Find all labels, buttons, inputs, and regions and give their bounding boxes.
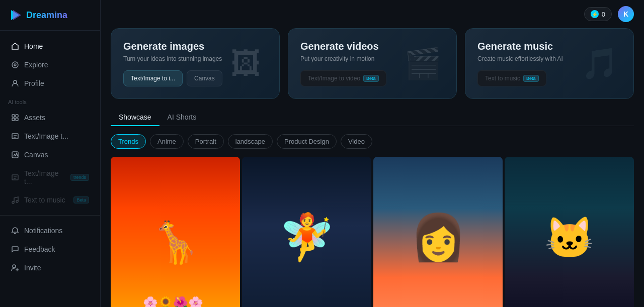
sidebar-item-label-canvas: Canvas xyxy=(24,151,48,159)
sidebar-item-text-music: Text to music Beta xyxy=(3,191,97,209)
sidebar-item-assets[interactable]: Assets xyxy=(3,109,97,127)
filter-landscape[interactable]: landscape xyxy=(228,134,273,149)
filter-anime[interactable]: Anime xyxy=(150,134,184,149)
sidebar-item-feedback[interactable]: Feedback xyxy=(3,240,97,258)
sidebar-item-label-text-image-beta: Text/Image t... xyxy=(24,169,65,185)
text-image-to-video-button[interactable]: Text/Image to video Beta xyxy=(300,70,386,86)
svg-rect-8 xyxy=(16,118,18,121)
sidebar-item-profile[interactable]: Profile xyxy=(3,74,97,92)
image-card-woman[interactable] xyxy=(373,157,503,307)
svg-point-12 xyxy=(12,201,14,203)
avatar-letter: K xyxy=(623,10,628,18)
feedback-icon xyxy=(11,245,19,253)
sidebar-item-notifications[interactable]: Notifications xyxy=(3,222,97,240)
videos-bg-decoration: 🎬 xyxy=(389,29,456,98)
image-card-cat[interactable] xyxy=(505,157,634,307)
avatar[interactable]: K xyxy=(618,6,634,22)
logo-text: Dreamina xyxy=(26,10,67,21)
sidebar-item-label-text-image: Text/Image t... xyxy=(24,132,68,140)
sidebar-item-label-invite: Invite xyxy=(24,264,41,272)
svg-rect-11 xyxy=(12,175,18,180)
beta-badge-text-image: trends xyxy=(70,174,89,181)
sidebar-item-explore[interactable]: Explore xyxy=(3,56,97,74)
sidebar-item-text-image-beta: Text/Image t... trends xyxy=(3,164,97,190)
canvas-icon xyxy=(11,151,19,159)
beta-badge-music: Beta xyxy=(73,196,89,203)
image-grid: G Gelyn Lakwatsera ♥ 49 ⚡ 613 xyxy=(111,157,634,307)
tab-ai-shorts[interactable]: AI Shorts xyxy=(159,109,205,126)
text-image-beta-icon xyxy=(11,173,19,181)
sidebar-item-label-home: Home xyxy=(24,42,43,50)
filter-product-design[interactable]: Product Design xyxy=(277,134,337,149)
logo-icon xyxy=(8,8,22,22)
sidebar-item-label-notifications: Notifications xyxy=(24,227,62,235)
sidebar-item-invite[interactable]: Invite xyxy=(3,259,97,277)
main-content: ⚡ 0 K 🖼 Generate images Turn your ideas … xyxy=(101,0,644,307)
svg-rect-6 xyxy=(16,115,18,117)
hero-card-music: 🎵 Generate music Create music effortless… xyxy=(465,28,634,99)
explore-icon xyxy=(11,61,19,69)
text-to-music-label: Text to music xyxy=(485,75,520,82)
hero-card-images: 🖼 Generate images Turn your ideas into s… xyxy=(111,28,280,99)
coins-icon: ⚡ xyxy=(591,10,599,18)
music-icon xyxy=(11,196,19,204)
coins-badge[interactable]: ⚡ 0 xyxy=(584,7,612,21)
svg-marker-1 xyxy=(13,10,21,20)
sidebar-item-label-text-music: Text to music xyxy=(24,196,65,204)
hero-section: 🖼 Generate images Turn your ideas into s… xyxy=(101,28,644,109)
images-bg-decoration: 🖼 xyxy=(212,29,279,98)
text-to-music-button[interactable]: Text to music Beta xyxy=(477,70,546,86)
sidebar-item-text-image[interactable]: Text/Image t... xyxy=(3,127,97,145)
sidebar-item-home[interactable]: Home xyxy=(3,37,97,55)
bell-icon xyxy=(11,227,19,235)
text-image-to-video-label: Text/Image to video xyxy=(308,75,360,82)
sidebar-nav: Home Explore Profile AI tools xyxy=(0,31,100,307)
ai-tools-label: AI tools xyxy=(0,93,100,108)
filter-row: Trends Anime Portrait landscape Product … xyxy=(111,134,634,149)
coins-count: 0 xyxy=(602,11,605,18)
svg-point-4 xyxy=(14,80,17,83)
image-card-doll[interactable]: G Gelyn Lakwatsera ♥ 49 ⚡ 613 xyxy=(242,157,371,307)
sidebar-item-canvas[interactable]: Canvas xyxy=(3,146,97,164)
svg-point-3 xyxy=(14,64,16,66)
svg-point-2 xyxy=(12,62,18,68)
sidebar-item-label-feedback: Feedback xyxy=(24,245,55,253)
music-bg-decoration: 🎵 xyxy=(566,29,633,98)
sidebar-item-label-assets: Assets xyxy=(24,114,45,122)
sidebar-item-label-explore: Explore xyxy=(24,61,48,69)
svg-point-13 xyxy=(16,200,18,202)
profile-icon xyxy=(11,79,19,87)
tab-showcase[interactable]: Showcase xyxy=(111,109,159,126)
invite-icon xyxy=(11,264,19,272)
tabs-row: Showcase AI Shorts xyxy=(111,109,634,126)
text-image-to-image-button[interactable]: Text/Image to i... xyxy=(123,70,183,86)
filter-video[interactable]: Video xyxy=(341,134,372,149)
filter-trends[interactable]: Trends xyxy=(111,134,146,149)
svg-point-14 xyxy=(13,265,16,268)
text-image-icon xyxy=(11,132,19,140)
logo[interactable]: Dreamina xyxy=(0,0,100,31)
svg-rect-5 xyxy=(12,115,15,117)
svg-rect-7 xyxy=(12,118,15,121)
hero-card-videos: 🎬 Generate videos Put your creativity in… xyxy=(288,28,457,99)
sidebar-item-label-profile: Profile xyxy=(24,79,44,87)
video-beta-badge: Beta xyxy=(363,75,379,82)
image-card-giraffe[interactable] xyxy=(111,157,240,307)
music-beta-badge: Beta xyxy=(523,75,539,82)
filter-portrait[interactable]: Portrait xyxy=(188,134,224,149)
sidebar: Dreamina Home Explore xyxy=(0,0,101,307)
showcase-section: Showcase AI Shorts Trends Anime Portrait… xyxy=(101,109,644,307)
svg-rect-9 xyxy=(12,134,18,139)
assets-icon xyxy=(11,114,19,122)
top-header: ⚡ 0 K xyxy=(101,0,644,28)
home-icon xyxy=(11,42,19,50)
